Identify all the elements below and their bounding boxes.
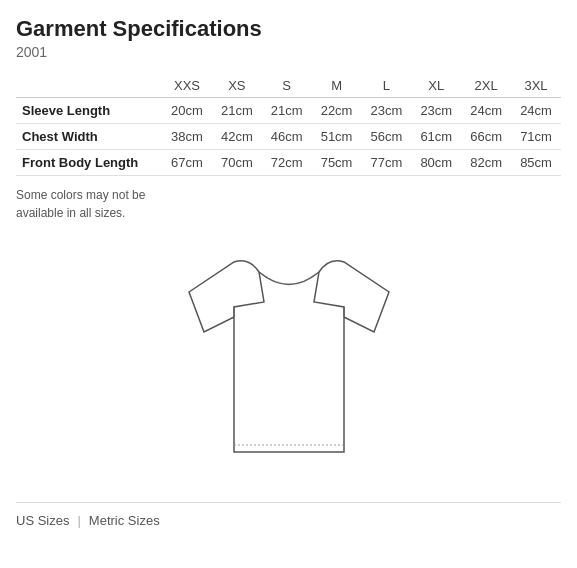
- row-value: 46cm: [262, 124, 312, 150]
- row-value: 56cm: [361, 124, 411, 150]
- size-column-header: XL: [411, 74, 461, 98]
- row-value: 23cm: [411, 98, 461, 124]
- specs-table: XXSXSSMLXL2XL3XL Sleeve Length20cm21cm21…: [16, 74, 561, 176]
- row-value: 51cm: [312, 124, 362, 150]
- row-value: 82cm: [461, 150, 511, 176]
- row-label: Sleeve Length: [16, 98, 162, 124]
- row-value: 24cm: [511, 98, 561, 124]
- footer: US Sizes | Metric Sizes: [16, 502, 561, 528]
- row-value: 22cm: [312, 98, 362, 124]
- row-value: 70cm: [212, 150, 262, 176]
- row-value: 72cm: [262, 150, 312, 176]
- size-column-header: S: [262, 74, 312, 98]
- table-row: Front Body Length67cm70cm72cm75cm77cm80c…: [16, 150, 561, 176]
- row-value: 67cm: [162, 150, 212, 176]
- row-value: 75cm: [312, 150, 362, 176]
- page-title: Garment Specifications: [16, 16, 561, 42]
- product-code: 2001: [16, 44, 561, 60]
- tshirt-illustration: [16, 242, 561, 472]
- row-value: 66cm: [461, 124, 511, 150]
- size-column-header: L: [361, 74, 411, 98]
- size-column-header: 3XL: [511, 74, 561, 98]
- row-value: 21cm: [262, 98, 312, 124]
- metric-sizes-link[interactable]: Metric Sizes: [89, 513, 160, 528]
- row-label: Front Body Length: [16, 150, 162, 176]
- tshirt-svg: [179, 242, 399, 472]
- row-value: 20cm: [162, 98, 212, 124]
- size-column-header: XXS: [162, 74, 212, 98]
- row-value: 80cm: [411, 150, 461, 176]
- row-value: 24cm: [461, 98, 511, 124]
- availability-note: Some colors may not be available in all …: [16, 186, 156, 222]
- row-value: 61cm: [411, 124, 461, 150]
- row-value: 42cm: [212, 124, 262, 150]
- row-value: 85cm: [511, 150, 561, 176]
- table-row: Chest Width38cm42cm46cm51cm56cm61cm66cm7…: [16, 124, 561, 150]
- row-value: 21cm: [212, 98, 262, 124]
- size-column-header-empty: [16, 74, 162, 98]
- size-column-header: XS: [212, 74, 262, 98]
- table-row: Sleeve Length20cm21cm21cm22cm23cm23cm24c…: [16, 98, 561, 124]
- row-value: 71cm: [511, 124, 561, 150]
- row-value: 23cm: [361, 98, 411, 124]
- footer-divider: |: [77, 513, 80, 528]
- row-value: 77cm: [361, 150, 411, 176]
- size-column-header: M: [312, 74, 362, 98]
- row-value: 38cm: [162, 124, 212, 150]
- size-column-header: 2XL: [461, 74, 511, 98]
- us-sizes-link[interactable]: US Sizes: [16, 513, 69, 528]
- row-label: Chest Width: [16, 124, 162, 150]
